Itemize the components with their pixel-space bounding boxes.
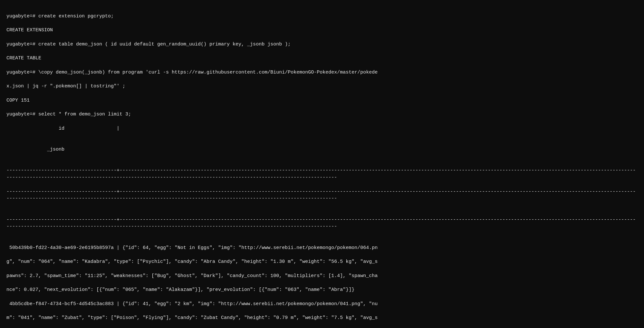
terminal-line: yugabyte=# select * from demo_json limit…	[6, 111, 638, 118]
terminal-line: id |	[6, 125, 638, 132]
terminal-line: m": "041", "name": "Zubat", "type": ["Po…	[6, 314, 638, 322]
terminal-line: COPY 151	[6, 97, 638, 104]
terminal-line: g", "num": "064", "name": "Kadabra", "ty…	[6, 258, 638, 265]
terminal-line: x.json | jq -r ".pokemon[] | tostring"' …	[6, 83, 638, 90]
terminal-line: --------------------------------------+-…	[6, 188, 638, 203]
terminal: yugabyte=# create extension pgcrypto; CR…	[0, 0, 644, 328]
terminal-line: 4bb5cdbe-f847-4734-bcf5-4d545c3ac883 | {…	[6, 301, 638, 308]
terminal-line: yugabyte=# create extension pgcrypto;	[6, 13, 638, 20]
terminal-line: 50b439b0-fd22-4a30-ae69-2e6195b8597a | {…	[6, 244, 638, 252]
terminal-line: yugabyte=# create table demo_json ( id u…	[6, 41, 638, 48]
terminal-line: --------------------------------------+-…	[6, 216, 638, 231]
terminal-line: --------------------------------------+-…	[6, 167, 638, 181]
terminal-line: pawns": 2.7, "spawn_time": "11:25", "wea…	[6, 273, 638, 280]
terminal-line: _jsonb	[6, 146, 638, 153]
terminal-line: yugabyte=# \copy demo_json(_jsonb) from …	[6, 69, 638, 76]
terminal-line: CREATE TABLE	[6, 55, 638, 62]
terminal-line: nce": 0.027, "next_evolution": [{"num": …	[6, 286, 638, 293]
terminal-line: CREATE EXTENSION	[6, 27, 638, 34]
